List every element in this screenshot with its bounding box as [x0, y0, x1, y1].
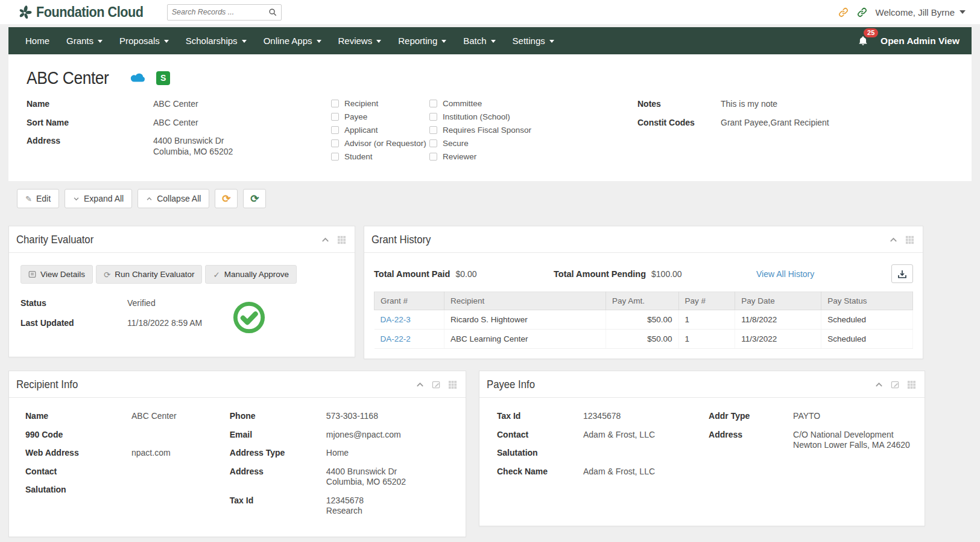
grant-link[interactable]: DA-22-3 [381, 315, 411, 324]
checkbox-label: Student [344, 152, 373, 161]
checkbox-secure[interactable]: Secure [429, 139, 637, 148]
checkbox[interactable] [429, 153, 437, 161]
status-label: Status [21, 298, 127, 308]
field-label: Check Name [497, 467, 583, 485]
view-details-button[interactable]: View Details [21, 265, 93, 284]
checkbox-fiscal-sponsor[interactable]: Requires Fiscal Sponsor [429, 126, 637, 135]
search-icon[interactable] [268, 8, 277, 16]
expand-all-button[interactable]: Expand All [65, 189, 132, 208]
checkbox[interactable] [429, 126, 437, 134]
field-label: Sort Name [27, 118, 153, 129]
page-title: ABC Center [27, 68, 109, 88]
chevron-down-icon [549, 40, 554, 43]
link-green-icon[interactable] [857, 7, 867, 18]
notifications-button[interactable]: 25 [858, 35, 868, 46]
checkbox-student[interactable]: Student [331, 152, 429, 161]
checkbox[interactable] [429, 139, 437, 147]
payee-info-body: Tax Id12345678 ContactAdam & Frost, LLC … [479, 398, 925, 497]
search-input[interactable] [172, 8, 268, 16]
field-value: ABC Center [153, 118, 198, 129]
column-pay-number[interactable]: Pay # [678, 292, 735, 310]
charity-buttons: View Details ⟳ Run Charity Evaluator ✓ M… [21, 265, 343, 284]
last-updated-label: Last Updated [21, 318, 127, 328]
collapse-panel-icon[interactable] [321, 235, 330, 244]
checkbox-recipient[interactable]: Recipient [331, 99, 429, 108]
s-integration-icon[interactable]: S [156, 71, 170, 85]
cell-pay-status: Scheduled [821, 330, 913, 349]
checkbox[interactable] [331, 126, 339, 134]
nav-item-home[interactable]: Home [17, 27, 58, 54]
collapse-panel-icon[interactable] [416, 380, 425, 389]
column-grant-number[interactable]: Grant # [375, 292, 444, 310]
grid-icon[interactable] [905, 235, 914, 244]
checkbox-institution[interactable]: Institution (School) [429, 112, 637, 121]
checkbox[interactable] [331, 113, 339, 121]
checkbox-advisor[interactable]: Advisor (or Requestor) [331, 139, 429, 148]
edit-panel-icon[interactable] [891, 380, 900, 389]
grid-icon[interactable] [337, 235, 346, 244]
chevron-down-icon [164, 40, 169, 43]
nav-item-reviews[interactable]: Reviews [330, 27, 390, 54]
column-recipient[interactable]: Recipient [444, 292, 606, 310]
address-line-2: Columbia, MO 65202 [153, 147, 233, 156]
grid-icon[interactable] [448, 380, 457, 389]
record-fields-left: Name ABC Center Sort Name ABC Center Add… [27, 99, 331, 165]
payee-left-fields: Tax Id12345678 ContactAdam & Frost, LLC … [479, 411, 680, 485]
view-all-history-link[interactable]: View All History [756, 269, 814, 279]
collapse-panel-icon[interactable] [874, 380, 884, 389]
charity-evaluator-header: Charity Evaluator [9, 226, 355, 253]
panel-title: Grant History [371, 233, 431, 246]
table-header-row: Grant # Recipient Pay Amt. Pay # Pay Dat… [375, 292, 913, 310]
run-charity-evaluator-button[interactable]: ⟳ Run Charity Evaluator [96, 265, 202, 284]
checkbox-committee[interactable]: Committee [429, 99, 637, 108]
link-orange-icon[interactable] [838, 7, 849, 18]
status-value: Verified [127, 298, 156, 308]
checkbox[interactable] [331, 153, 339, 161]
nav-item-batch[interactable]: Batch [455, 27, 504, 54]
collapse-panel-icon[interactable] [889, 235, 898, 244]
collapse-all-button[interactable]: Collapse All [138, 189, 209, 208]
checkbox-label: Reviewer [443, 152, 476, 161]
grant-link[interactable]: DA-22-2 [381, 334, 411, 343]
checkbox-applicant[interactable]: Applicant [331, 126, 429, 135]
app-logo[interactable]: Foundation Cloud [17, 4, 150, 21]
edit-panel-icon[interactable] [432, 380, 441, 389]
checkbox-payee[interactable]: Payee [331, 112, 429, 121]
export-icon [897, 269, 907, 279]
checkbox[interactable] [331, 100, 339, 107]
nav-label: Settings [513, 36, 545, 46]
nav-item-scholarships[interactable]: Scholarships [177, 27, 255, 54]
checkbox[interactable] [331, 139, 339, 147]
nav-item-online-apps[interactable]: Online Apps [255, 27, 330, 54]
column-pay-amount[interactable]: Pay Amt. [605, 292, 678, 310]
refresh-green-button[interactable]: ⟳ [243, 189, 266, 208]
column-pay-status[interactable]: Pay Status [821, 292, 913, 310]
manually-approve-button[interactable]: ✓ Manually Approve [205, 265, 297, 284]
checkbox[interactable] [429, 113, 437, 121]
salesforce-cloud-icon[interactable] [130, 72, 147, 84]
column-pay-date[interactable]: Pay Date [735, 292, 821, 310]
nav-item-reporting[interactable]: Reporting [390, 27, 455, 54]
export-button[interactable] [891, 264, 913, 283]
grid-icon[interactable] [907, 380, 916, 389]
field-label: 990 Code [25, 430, 131, 448]
global-search[interactable] [167, 4, 282, 21]
nav-item-settings[interactable]: Settings [504, 27, 563, 54]
refresh-orange-button[interactable]: ⟳ [215, 189, 238, 208]
chevron-down-icon [441, 40, 446, 43]
user-menu[interactable]: Welcome, Jill Byrne [876, 7, 966, 18]
nav-label: Batch [463, 36, 486, 46]
check-icon: ✓ [213, 270, 220, 279]
nav-item-grants[interactable]: Grants [58, 27, 111, 54]
cell-pay-date: 11/3/2022 [735, 330, 821, 349]
checkbox[interactable] [429, 100, 437, 107]
nav-label: Grants [66, 36, 93, 46]
field-value: 573-303-1168 [326, 411, 466, 430]
field-value: C/O National DevelopmentNewton Lower Fal… [793, 430, 925, 459]
charity-evaluator-body: View Details ⟳ Run Charity Evaluator ✓ M… [9, 253, 355, 350]
main-nav: Home Grants Proposals Scholarships Onlin… [8, 27, 972, 54]
edit-button[interactable]: ✎ Edit [17, 189, 59, 208]
nav-item-proposals[interactable]: Proposals [111, 27, 177, 54]
checkbox-reviewer[interactable]: Reviewer [429, 152, 637, 161]
open-admin-view-link[interactable]: Open Admin View [880, 36, 959, 46]
